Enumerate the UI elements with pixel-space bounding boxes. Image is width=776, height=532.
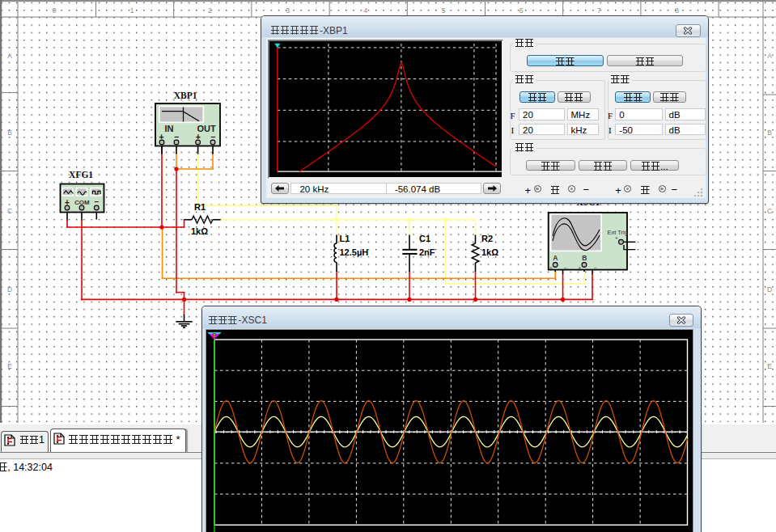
svg-text:R1: R1 (194, 202, 206, 212)
svg-text:XFG1: XFG1 (69, 170, 93, 179)
svg-text:A: A (7, 52, 12, 60)
svg-text:XBP1: XBP1 (174, 91, 197, 100)
svg-text:C: C (7, 207, 12, 215)
svg-text:1kΩ: 1kΩ (191, 226, 208, 236)
svg-text:A: A (553, 254, 558, 262)
svg-text:C: C (767, 207, 772, 215)
svg-text:COM: COM (74, 199, 90, 206)
svg-text:7: 7 (597, 6, 601, 15)
svg-text:A: A (767, 52, 772, 60)
svg-text:C1: C1 (419, 234, 430, 243)
svg-text:−: − (564, 265, 567, 271)
svg-text:2nF: 2nF (419, 247, 435, 257)
svg-text:−: − (95, 197, 100, 206)
svg-text:12.5µH: 12.5µH (340, 247, 369, 257)
svg-text:8: 8 (675, 6, 679, 15)
svg-text:3: 3 (286, 6, 290, 15)
svg-text:1kΩ: 1kΩ (481, 247, 498, 257)
svg-text:B: B (767, 129, 772, 137)
svg-text:1: 1 (130, 6, 134, 15)
svg-text:D: D (767, 285, 772, 293)
svg-text:D: D (7, 285, 12, 293)
svg-text:6: 6 (519, 6, 524, 15)
svg-text:B: B (582, 254, 587, 262)
svg-text:+: + (615, 235, 618, 241)
svg-text:−: − (626, 244, 630, 250)
svg-text:E: E (767, 362, 772, 370)
svg-text:E: E (7, 362, 12, 370)
svg-text:4: 4 (363, 6, 367, 15)
svg-text:R2: R2 (481, 234, 493, 243)
svg-text:5: 5 (442, 6, 446, 15)
svg-text:+: + (549, 265, 553, 271)
svg-text:IN: IN (165, 124, 174, 133)
svg-text:−: − (594, 265, 597, 271)
svg-text:0: 0 (53, 6, 57, 15)
svg-text:+: + (579, 265, 582, 271)
svg-text:L1: L1 (340, 234, 350, 243)
svg-text:B: B (7, 129, 12, 137)
svg-text:2: 2 (208, 6, 212, 15)
